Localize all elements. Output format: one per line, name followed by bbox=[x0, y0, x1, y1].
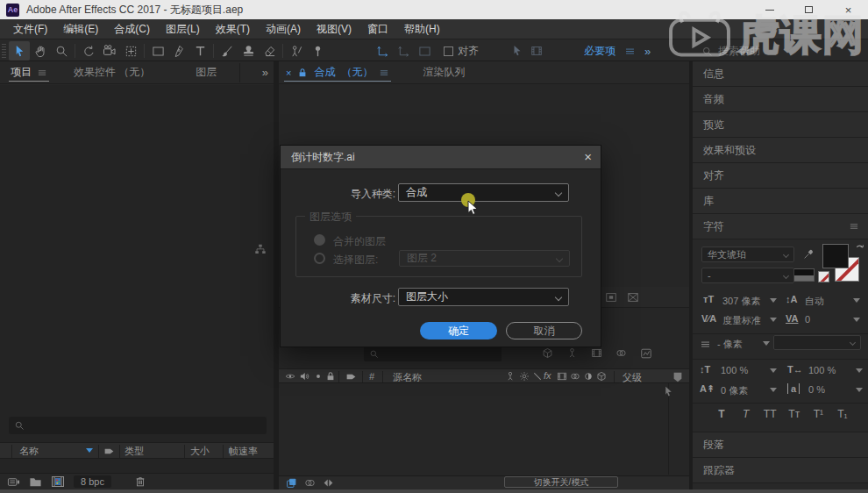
stroke-width-stepper[interactable] bbox=[763, 341, 770, 346]
minimize-button[interactable] bbox=[750, 0, 789, 19]
panel-overflow-chevron[interactable]: » bbox=[262, 66, 268, 79]
leading-value[interactable]: 自动 bbox=[805, 295, 824, 308]
transparency-grid-icon[interactable] bbox=[627, 291, 639, 304]
menu-effect[interactable]: 效果(T) bbox=[208, 19, 258, 39]
merged-layers-radio[interactable] bbox=[314, 234, 325, 246]
eyedropper-icon[interactable] bbox=[803, 248, 815, 260]
tracking-stepper[interactable] bbox=[853, 318, 860, 322]
roto-brush-tool-button[interactable] bbox=[286, 41, 307, 61]
solo-icon[interactable] bbox=[313, 371, 324, 382]
motion-blur-switch-icon[interactable] bbox=[570, 371, 580, 382]
expand-layer-switches-icon[interactable] bbox=[286, 477, 297, 489]
tab-align[interactable]: 对齐 bbox=[693, 163, 868, 189]
ok-button[interactable]: 确定 bbox=[420, 322, 497, 339]
no-color-swatch[interactable] bbox=[818, 271, 829, 282]
tab-effect-controls[interactable]: 效果控件 （无） bbox=[68, 61, 155, 84]
font-size-value[interactable]: 307 像素 bbox=[722, 295, 760, 308]
tsume-value[interactable]: 0 % bbox=[808, 384, 825, 395]
project-bit-depth[interactable]: 8 bpc bbox=[74, 475, 111, 488]
snapping-checkbox[interactable] bbox=[444, 46, 453, 56]
small-caps-button[interactable]: Tт bbox=[785, 408, 804, 420]
brush-tool-button[interactable] bbox=[217, 41, 238, 61]
tab-composition[interactable]: × 合成 （无） bbox=[281, 61, 395, 84]
column-type[interactable]: 类型 bbox=[125, 445, 144, 458]
comp-marker-bin-icon[interactable] bbox=[672, 370, 684, 384]
menu-view[interactable]: 视图(V) bbox=[309, 19, 359, 39]
pan-behind-tool-button[interactable] bbox=[120, 41, 141, 61]
video-visibility-icon[interactable] bbox=[285, 371, 295, 382]
import-kind-dropdown[interactable]: 合成 bbox=[398, 183, 569, 202]
new-folder-icon[interactable] bbox=[29, 475, 42, 489]
column-name[interactable]: 名称 bbox=[19, 445, 39, 458]
kerning-value[interactable]: 度量标准 bbox=[722, 314, 761, 327]
new-composition-icon[interactable] bbox=[51, 475, 65, 489]
camera-tool-button[interactable] bbox=[99, 41, 120, 61]
panel-menu-icon[interactable] bbox=[379, 68, 389, 78]
panel-menu-icon[interactable] bbox=[849, 221, 859, 232]
transfer-controls-icon[interactable] bbox=[304, 477, 316, 489]
adjustment-layer-switch-icon[interactable] bbox=[583, 371, 594, 382]
snapping-control[interactable]: 对齐 bbox=[444, 39, 479, 62]
hide-shy-layers-icon[interactable] bbox=[566, 347, 578, 359]
help-search-icon[interactable] bbox=[701, 46, 713, 57]
audio-icon[interactable] bbox=[299, 371, 309, 382]
project-flowchart-icon[interactable] bbox=[254, 243, 267, 255]
quality-switch-icon[interactable] bbox=[532, 371, 543, 382]
tab-preview[interactable]: 预览 bbox=[693, 112, 868, 138]
rotate-tool-button[interactable] bbox=[78, 41, 99, 61]
selection-tool-button[interactable] bbox=[9, 41, 30, 61]
menu-composition[interactable]: 合成(C) bbox=[106, 19, 158, 39]
toggle-switches-modes-button[interactable]: 切换开关/模式 bbox=[504, 476, 618, 488]
column-framerate[interactable]: 帧速率 bbox=[229, 445, 258, 458]
tab-close-icon[interactable]: × bbox=[286, 68, 291, 78]
menu-window[interactable]: 窗口 bbox=[359, 19, 396, 39]
in-out-durations-icon[interactable] bbox=[323, 477, 334, 489]
tab-info[interactable]: 信息 bbox=[693, 61, 868, 87]
project-search-input[interactable] bbox=[9, 417, 267, 434]
menu-animation[interactable]: 动画(A) bbox=[258, 19, 309, 39]
label-column-icon[interactable] bbox=[103, 446, 115, 457]
fill-color-swatch[interactable] bbox=[822, 244, 849, 268]
font-size-stepper[interactable] bbox=[770, 298, 777, 303]
vertical-scale-stepper[interactable] bbox=[770, 368, 777, 373]
region-of-interest-icon[interactable] bbox=[605, 291, 617, 304]
tab-render-queue[interactable]: 渲染队列 bbox=[417, 61, 470, 84]
horizontal-scale-value[interactable]: 100 % bbox=[808, 365, 836, 375]
timeline-search-input[interactable] bbox=[364, 347, 502, 361]
mask-visibility-icon[interactable] bbox=[530, 45, 543, 57]
baseline-shift-stepper[interactable] bbox=[770, 388, 777, 392]
baseline-shift-value[interactable]: 0 像素 bbox=[721, 384, 748, 397]
kerning-stepper[interactable] bbox=[770, 318, 777, 322]
workspace-menu-icon[interactable] bbox=[624, 46, 636, 57]
menu-edit[interactable]: 编辑(E) bbox=[55, 19, 106, 39]
label-column-icon[interactable] bbox=[345, 371, 357, 382]
menu-layer[interactable]: 图层(L) bbox=[158, 19, 208, 39]
superscript-button[interactable]: T¹ bbox=[808, 408, 828, 420]
all-caps-button[interactable]: TT bbox=[760, 408, 779, 420]
source-name-column[interactable]: 源名称 bbox=[393, 371, 422, 384]
maximize-button[interactable] bbox=[789, 0, 829, 19]
puppet-pin-tool-button[interactable] bbox=[307, 41, 328, 61]
subscript-button[interactable]: T₁ bbox=[833, 408, 852, 420]
motion-path-icon[interactable] bbox=[511, 45, 523, 57]
effects-switch-icon[interactable]: fx bbox=[544, 370, 551, 381]
font-family-dropdown[interactable]: 华文琥珀 bbox=[701, 246, 794, 262]
parent-column[interactable]: 父级 bbox=[623, 371, 642, 384]
cancel-button[interactable]: 取消 bbox=[506, 322, 582, 339]
graph-editor-icon[interactable] bbox=[640, 347, 652, 360]
layer-number-column[interactable]: # bbox=[369, 371, 374, 382]
type-tool-button[interactable] bbox=[189, 41, 210, 61]
stroke-style-dropdown[interactable] bbox=[773, 335, 861, 350]
frame-blending-icon[interactable] bbox=[591, 347, 602, 359]
menu-help[interactable]: 帮助(H) bbox=[396, 19, 448, 39]
workspace-overflow-chevron[interactable]: » bbox=[644, 45, 650, 58]
zoom-tool-button[interactable] bbox=[51, 41, 72, 61]
help-search-label[interactable]: 搜索帮助 bbox=[718, 44, 760, 59]
sort-arrow-icon[interactable] bbox=[86, 448, 93, 453]
tracking-value[interactable]: 0 bbox=[805, 314, 810, 325]
hand-tool-button[interactable] bbox=[30, 41, 51, 61]
clone-stamp-tool-button[interactable] bbox=[238, 41, 259, 61]
shape-tool-button[interactable] bbox=[147, 41, 168, 61]
pen-tool-button[interactable] bbox=[168, 41, 189, 61]
collapse-transformations-icon[interactable] bbox=[519, 371, 530, 382]
